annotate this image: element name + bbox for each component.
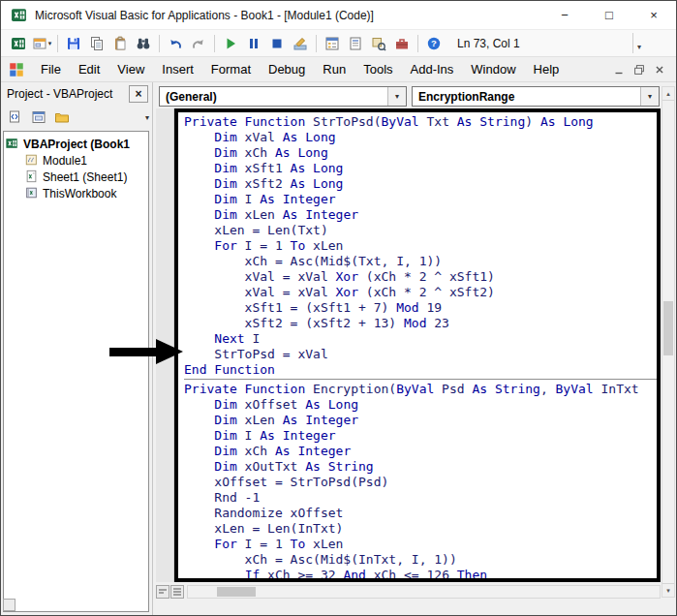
module-icon: [24, 153, 40, 168]
toggle-folders-button[interactable]: [51, 108, 72, 127]
code-editor[interactable]: Private Function StrToPsd(ByVal Txt As S…: [156, 108, 661, 582]
menu-file[interactable]: File: [32, 57, 70, 81]
procedure-view-button[interactable]: [156, 585, 169, 599]
mdi-minimize-button[interactable]: [610, 62, 628, 77]
undo-button[interactable]: [164, 33, 187, 54]
code-line: Dim xVal As Long: [184, 130, 657, 145]
view-object-button[interactable]: [28, 108, 48, 127]
code-line: Dim xOutTxt As String: [184, 459, 657, 475]
menu-view[interactable]: View: [108, 57, 153, 81]
full-module-view-button[interactable]: [170, 585, 184, 599]
object-dropdown-value: (General): [160, 90, 217, 104]
menu-addins[interactable]: Add-Ins: [402, 57, 463, 81]
project-panel-close-button[interactable]: ×: [129, 85, 148, 103]
save-button[interactable]: [62, 33, 85, 54]
find-button[interactable]: [132, 33, 155, 54]
code-header: (General) ▾ EncryptionRange ▾: [159, 86, 660, 107]
tree-item-sheet1-sheet1[interactable]: Sheet1 (Sheet1): [5, 169, 147, 185]
maximize-button[interactable]: □: [587, 1, 631, 29]
mdi-close-button[interactable]: [651, 62, 668, 77]
help-button[interactable]: ?: [422, 33, 446, 54]
scroll-up-icon[interactable]: ▴: [662, 87, 674, 101]
copy-button[interactable]: [85, 33, 108, 54]
window-title: Microsoft Visual Basic for Applications …: [35, 9, 374, 22]
tree-item-module1[interactable]: Module1: [5, 152, 147, 169]
procedure-dropdown-caret-icon[interactable]: ▾: [640, 87, 659, 106]
menubar-items: FileEditViewInsertFormatDebugRunToolsAdd…: [32, 57, 568, 81]
menu-help[interactable]: Help: [525, 57, 569, 81]
mdi-restore-button[interactable]: [631, 62, 648, 77]
toolbar-overflow-button[interactable]: ▾: [632, 33, 645, 53]
vertical-scroll-thumb[interactable]: [663, 301, 673, 355]
reset-button[interactable]: [265, 33, 289, 54]
code-line: xLen = Len(InTxt): [184, 521, 657, 537]
insert-userform-button[interactable]: ▾: [30, 33, 53, 54]
tree-item-label: ThisWorkbook: [43, 187, 116, 200]
menu-format[interactable]: Format: [202, 57, 260, 81]
scroll-down-icon[interactable]: ▾: [662, 583, 674, 597]
code-line: End Function: [184, 362, 657, 378]
menubar: FileEditViewInsertFormatDebugRunToolsAdd…: [1, 57, 676, 82]
design-mode-button[interactable]: [289, 33, 312, 54]
tree-item-label: VBAProject (Book1: [23, 138, 130, 151]
titlebar: Microsoft Visual Basic for Applications …: [1, 1, 676, 30]
project-scroll-corner[interactable]: [3, 599, 15, 611]
vba-editor-window: Microsoft Visual Basic for Applications …: [0, 0, 677, 616]
procedure-dropdown-value: EncryptionRange: [413, 90, 514, 104]
project-icon: [5, 137, 20, 151]
code-line: Next I: [184, 331, 657, 347]
project-explorer-panel: Project - VBAProject × ▾ VBAProject (Boo…: [1, 82, 153, 615]
view-code-button[interactable]: [5, 108, 25, 127]
code-line: xSft2 = (xSft2 + 13) Mod 23: [184, 316, 657, 331]
sheet-icon: [24, 169, 40, 184]
procedure-dropdown[interactable]: EncryptionRange ▾: [412, 86, 660, 107]
code-line: For I = 1 To xLen: [184, 238, 657, 254]
run-button[interactable]: [219, 33, 242, 54]
highlight-border-annotation: Private Function StrToPsd(ByVal Txt As S…: [174, 108, 661, 582]
menu-insert[interactable]: Insert: [153, 57, 202, 81]
dropdown-caret-icon: ▾: [48, 40, 52, 47]
tree-item-vbaproject-book1[interactable]: VBAProject (Book1: [5, 136, 147, 152]
code-line: Rnd -1: [184, 490, 657, 506]
toolbar-buttons: ▾?: [1, 30, 446, 56]
menu-debug[interactable]: Debug: [260, 57, 314, 81]
toolbar-separator: [214, 35, 215, 52]
object-dropdown-caret-icon[interactable]: ▾: [387, 87, 406, 106]
code-line: Dim xCh As Integer: [184, 444, 657, 459]
code-line: Dim I As Integer: [184, 428, 657, 444]
paste-button[interactable]: [108, 33, 132, 54]
code-line: xVal = xVal Xor (xCh * 2 ^ xSft1): [184, 269, 657, 285]
toolbar-separator: [159, 35, 160, 52]
code-line: xLen = Len(Txt): [184, 223, 657, 238]
tree-item-label: Sheet1 (Sheet1): [43, 170, 127, 184]
app-icon: [11, 7, 27, 23]
workbook-icon: [24, 186, 40, 200]
panel-overflow-icon[interactable]: ▾: [145, 113, 149, 122]
view-excel-button[interactable]: [7, 33, 30, 54]
code-line: Dim xLen As Integer: [184, 207, 657, 223]
close-button[interactable]: ×: [631, 1, 676, 29]
menu-run[interactable]: Run: [314, 57, 354, 81]
horizontal-scroll-thumb[interactable]: [217, 587, 256, 597]
tree-item-thisworkbook[interactable]: ThisWorkbook: [5, 185, 147, 201]
redo-button[interactable]: [187, 33, 210, 54]
excel-grid-icon: [8, 61, 25, 78]
menu-tools[interactable]: Tools: [354, 57, 401, 81]
code-bottom-bar: [156, 583, 661, 600]
code-line: Dim xCh As Long: [184, 145, 657, 161]
object-dropdown[interactable]: (General) ▾: [159, 86, 407, 107]
vertical-scrollbar[interactable]: ▴ ▾: [662, 86, 675, 598]
object-browser-button[interactable]: [367, 33, 390, 54]
menu-window[interactable]: Window: [462, 57, 524, 81]
horizontal-scrollbar[interactable]: [187, 585, 661, 599]
svg-text:?: ?: [431, 38, 437, 48]
menu-edit[interactable]: Edit: [70, 57, 108, 81]
break-button[interactable]: [242, 33, 265, 54]
minimize-button[interactable]: −: [542, 1, 587, 29]
mdi-window-controls: [610, 62, 676, 77]
properties-window-button[interactable]: [344, 33, 367, 54]
code-line: StrToPsd = xVal: [184, 347, 657, 362]
toolbox-button[interactable]: [390, 33, 414, 54]
main-area: Project - VBAProject × ▾ VBAProject (Boo…: [1, 82, 676, 615]
project-explorer-button[interactable]: [321, 33, 344, 54]
